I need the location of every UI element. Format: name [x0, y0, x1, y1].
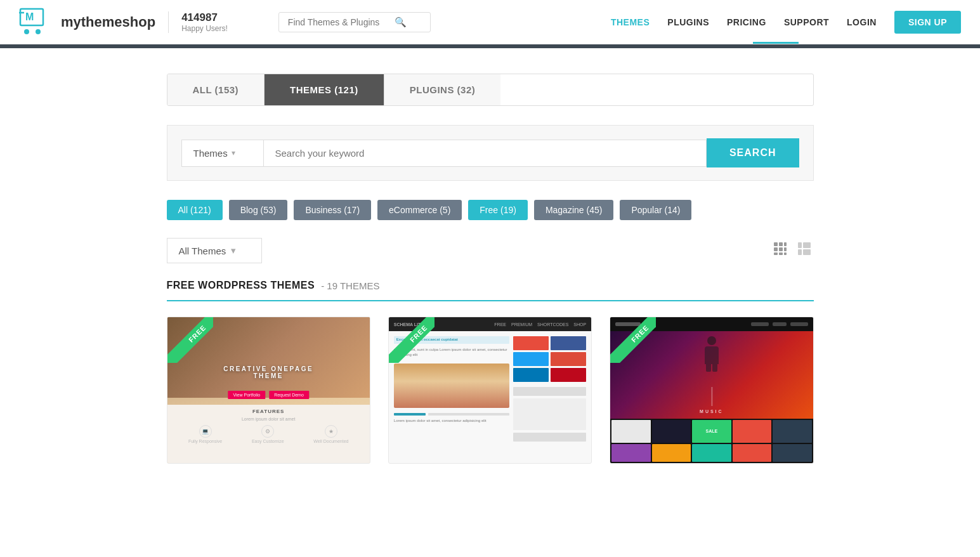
- theme-card-image: CREATIVE ONEPAGE THEME FEATURES Lorem ip…: [167, 317, 370, 463]
- main-nav: THEMES PLUGINS PRICING SUPPORT LOGIN SIG…: [611, 11, 961, 34]
- logo-icon: M: [19, 8, 52, 37]
- user-count-area: 414987 Happy Users!: [168, 11, 228, 33]
- signup-button[interactable]: SIGN UP: [894, 11, 961, 34]
- grid-cell: [692, 444, 731, 462]
- search-button[interactable]: SEARCH: [707, 138, 799, 167]
- theme-card[interactable]: MUSIC SALE: [610, 317, 813, 464]
- nav-plugins[interactable]: PLUGINS: [667, 17, 709, 27]
- free-badge: [610, 317, 656, 363]
- filter-ecommerce[interactable]: eCommerce (5): [377, 200, 462, 220]
- feature-label: Well Documented: [313, 439, 348, 443]
- grid-cell: [652, 420, 691, 443]
- nav-login[interactable]: LOGIN: [847, 17, 877, 27]
- nav-block: [790, 322, 808, 326]
- grid-cell: SALE: [692, 420, 731, 443]
- social-icon: [551, 336, 586, 350]
- svg-rect-11: [784, 247, 787, 251]
- filter-business[interactable]: Business (17): [294, 200, 371, 220]
- theme-card-image: SCHEMA LITE FREE PREMIUM SHORTCODES SHOP: [389, 317, 591, 463]
- search-keyword-input[interactable]: [264, 140, 707, 167]
- logo[interactable]: M mythemeshop: [19, 8, 155, 37]
- user-count-number: 414987: [181, 11, 228, 24]
- section-heading: FREE WORDPRESS THEMES - 19 THEMES: [167, 280, 814, 301]
- svg-rect-9: [774, 247, 778, 251]
- filter-popular[interactable]: Popular (14): [620, 200, 691, 220]
- progress-bar: [394, 413, 426, 416]
- grid-cell: [733, 444, 771, 462]
- search-icon: 🔍: [395, 16, 407, 28]
- desc-text: Lorem ipsum dolor sit amet, consectetur …: [394, 419, 509, 423]
- tab-all[interactable]: ALL (153): [167, 74, 265, 105]
- grid-cell: [733, 420, 771, 443]
- demo-btn: View Portfolio: [228, 391, 265, 399]
- theme-card-image: MUSIC SALE: [610, 317, 813, 463]
- features-label: FEATURES: [174, 409, 363, 414]
- svg-rect-18: [803, 249, 811, 255]
- nav-pricing[interactable]: PRICING: [727, 17, 766, 27]
- nav-support[interactable]: SUPPORT: [784, 17, 829, 27]
- svg-rect-6: [774, 242, 778, 246]
- list-view-icon[interactable]: [795, 239, 814, 262]
- free-badge: [389, 317, 434, 363]
- filter-all[interactable]: All (121): [167, 200, 223, 220]
- tab-plugins[interactable]: PLUGINS (32): [384, 74, 501, 105]
- grid-cell: [773, 420, 811, 443]
- svg-text:M: M: [25, 11, 34, 22]
- theme-card[interactable]: SCHEMA LITE FREE PREMIUM SHORTCODES SHOP: [388, 317, 592, 464]
- feature-icon: ⚙: [261, 425, 274, 438]
- request-btn: Request Demo: [269, 391, 309, 399]
- grid-cell: [611, 444, 650, 462]
- svg-point-2: [24, 29, 29, 34]
- free-badge: [167, 317, 213, 363]
- svg-rect-7: [779, 242, 783, 246]
- svg-rect-12: [774, 252, 778, 255]
- grid-view-icon[interactable]: [771, 239, 790, 262]
- social-icon: [513, 352, 549, 366]
- svg-rect-13: [779, 252, 783, 255]
- search-type-dropdown[interactable]: Themes ▾: [181, 140, 264, 167]
- svg-rect-10: [779, 247, 783, 251]
- filter-tags: All (121) Blog (53) Business (17) eComme…: [167, 200, 814, 220]
- nav-block: [751, 322, 769, 326]
- header-search-bar[interactable]: 🔍: [278, 12, 431, 32]
- grid-cell: [773, 444, 811, 462]
- nav-themes[interactable]: THEMES: [611, 17, 650, 27]
- section-count: - 19 THEMES: [321, 280, 379, 291]
- nav-item: SHOP: [573, 322, 586, 327]
- nav-block: [773, 322, 787, 326]
- filter-free[interactable]: Free (19): [468, 200, 528, 220]
- social-icon: [513, 336, 549, 350]
- nav-item: FREE: [494, 322, 506, 327]
- search-type-label: Themes: [193, 148, 228, 159]
- sort-row: All Themes ▾: [167, 238, 814, 263]
- svg-rect-16: [803, 242, 811, 248]
- theme-card[interactable]: CREATIVE ONEPAGE THEME FEATURES Lorem ip…: [167, 317, 370, 464]
- feature-label: Easy Customize: [252, 439, 284, 443]
- tab-bar: ALL (153) THEMES (121) PLUGINS (32): [167, 74, 814, 106]
- feature-icon: ★: [325, 425, 337, 438]
- chevron-down-icon: ▾: [232, 148, 235, 157]
- grid-cell: [652, 444, 691, 462]
- header: M mythemeshop 414987 Happy Users! 🔍 THEM…: [0, 0, 980, 44]
- svg-rect-15: [798, 242, 802, 248]
- filter-blog[interactable]: Blog (53): [229, 200, 288, 220]
- feature-icon: 💻: [199, 425, 212, 438]
- social-icon: [551, 352, 586, 366]
- social-icon: [551, 368, 586, 382]
- card-image: [394, 364, 509, 408]
- main-content: ALL (153) THEMES (121) PLUGINS (32) Them…: [154, 48, 826, 502]
- grid-cell: [611, 420, 650, 443]
- svg-rect-8: [784, 242, 787, 246]
- filter-magazine[interactable]: Magazine (45): [534, 200, 614, 220]
- sidebar-block: [513, 433, 586, 442]
- nav-item: PREMIUM: [511, 322, 532, 327]
- feature-label: Fully Responsive: [188, 439, 222, 443]
- social-icon: [513, 368, 549, 382]
- user-count-label: Happy Users!: [181, 24, 228, 33]
- search-section: Themes ▾ SEARCH: [167, 125, 814, 181]
- all-themes-dropdown[interactable]: All Themes ▾: [167, 238, 262, 263]
- themes-grid: CREATIVE ONEPAGE THEME FEATURES Lorem ip…: [167, 317, 814, 464]
- header-search-input[interactable]: [288, 17, 389, 27]
- progress-bar: [428, 413, 509, 416]
- tab-themes[interactable]: THEMES (121): [265, 74, 384, 105]
